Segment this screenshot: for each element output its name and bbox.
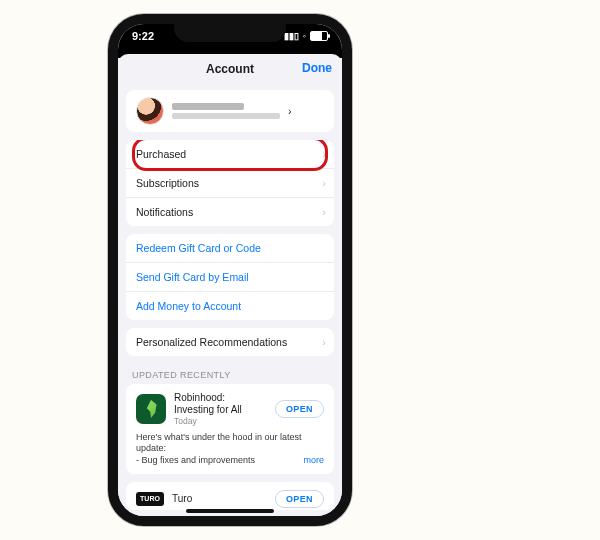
home-indicator[interactable]: [186, 509, 274, 513]
row-label: Send Gift Card by Email: [136, 271, 249, 283]
row-purchased[interactable]: Purchased ›: [126, 140, 334, 168]
chevron-right-icon: ›: [322, 336, 326, 348]
update-card: Robinhood: Investing for All Today OPEN …: [126, 384, 334, 474]
row-label: Notifications: [136, 206, 193, 218]
update-meta: Turo: [172, 493, 267, 505]
profile-card[interactable]: ›: [126, 90, 334, 132]
update-card: TURO Turo OPEN: [126, 482, 334, 510]
row-notifications[interactable]: Notifications ›: [126, 197, 334, 226]
menu-group-1: Purchased › Subscriptions › Notification…: [126, 140, 334, 226]
row-label: Subscriptions: [136, 177, 199, 189]
phone-frame: 9:22 ▮▮▯ ◦ Account Done: [108, 14, 352, 526]
section-header-updated-recently: UPDATED RECENTLY: [126, 364, 334, 384]
profile-text: [172, 103, 280, 119]
profile-row[interactable]: ›: [126, 90, 334, 132]
menu-group-2: Redeem Gift Card or Code Send Gift Card …: [126, 234, 334, 320]
done-button[interactable]: Done: [302, 61, 332, 75]
row-send-gift-card[interactable]: Send Gift Card by Email: [126, 262, 334, 291]
wifi-icon: ◦: [303, 31, 306, 41]
feather-icon: [144, 400, 158, 418]
content-scroll[interactable]: › Purchased › Subscriptions › Notificati…: [118, 84, 342, 510]
row-label: Personalized Recommendations: [136, 336, 287, 348]
open-button[interactable]: OPEN: [275, 490, 324, 508]
update-row[interactable]: TURO Turo OPEN: [136, 490, 324, 508]
notes-text: Here's what's under the hood in our late…: [136, 432, 302, 465]
status-time: 9:22: [132, 30, 154, 42]
row-add-money[interactable]: Add Money to Account: [126, 291, 334, 320]
notch: [174, 22, 286, 42]
avatar: [136, 97, 164, 125]
update-meta: Robinhood: Investing for All Today: [174, 392, 267, 426]
app-name: Turo: [172, 493, 267, 505]
status-indicators: ▮▮▯ ◦: [284, 31, 328, 41]
account-sheet: Account Done ›: [118, 54, 342, 516]
row-redeem-gift-card[interactable]: Redeem Gift Card or Code: [126, 234, 334, 262]
row-subscriptions[interactable]: Subscriptions ›: [126, 168, 334, 197]
app-icon-robinhood: [136, 394, 166, 424]
row-personalized-recommendations[interactable]: Personalized Recommendations ›: [126, 328, 334, 356]
profile-name-redacted: [172, 103, 244, 110]
signal-icon: ▮▮▯: [284, 31, 299, 41]
modal-navbar: Account Done: [118, 54, 342, 84]
menu-group-3: Personalized Recommendations ›: [126, 328, 334, 356]
app-update-date: Today: [174, 416, 267, 426]
chevron-right-icon: ›: [322, 177, 326, 189]
app-icon-turo: TURO: [136, 492, 164, 506]
chevron-right-icon: ›: [322, 148, 326, 160]
chevron-right-icon: ›: [322, 206, 326, 218]
row-label: Purchased: [136, 148, 186, 160]
update-row[interactable]: Robinhood: Investing for All Today OPEN: [136, 392, 324, 426]
more-link[interactable]: more: [303, 455, 324, 466]
row-label: Redeem Gift Card or Code: [136, 242, 261, 254]
chevron-right-icon: ›: [288, 105, 292, 117]
page-title: Account: [206, 62, 254, 76]
stage: 9:22 ▮▮▯ ◦ Account Done: [0, 0, 600, 540]
battery-icon: [310, 31, 328, 41]
update-notes: Here's what's under the hood in our late…: [136, 432, 324, 466]
app-name: Robinhood: Investing for All: [174, 392, 267, 416]
profile-email-redacted: [172, 113, 280, 119]
row-label: Add Money to Account: [136, 300, 241, 312]
open-button[interactable]: OPEN: [275, 400, 324, 418]
